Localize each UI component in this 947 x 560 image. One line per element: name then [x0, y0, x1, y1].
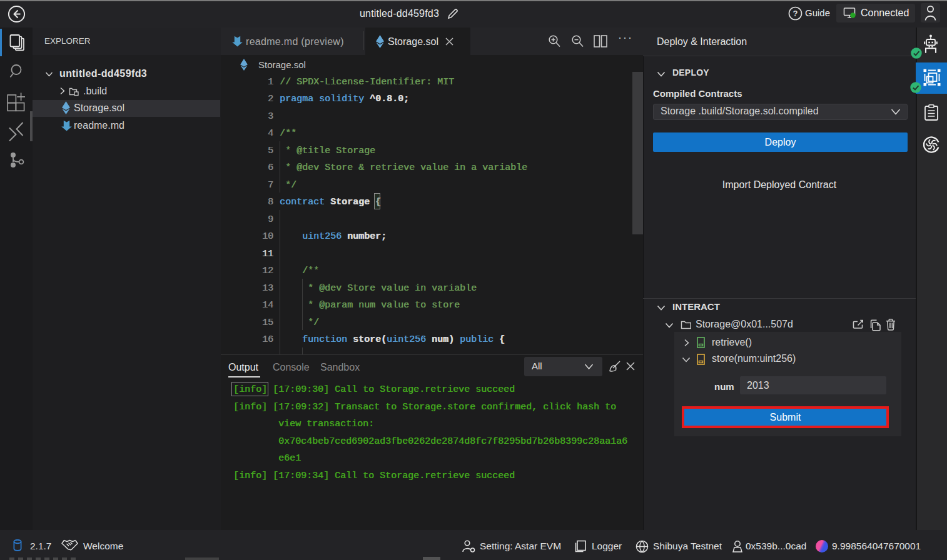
svg-text:?: ? — [793, 9, 798, 18]
